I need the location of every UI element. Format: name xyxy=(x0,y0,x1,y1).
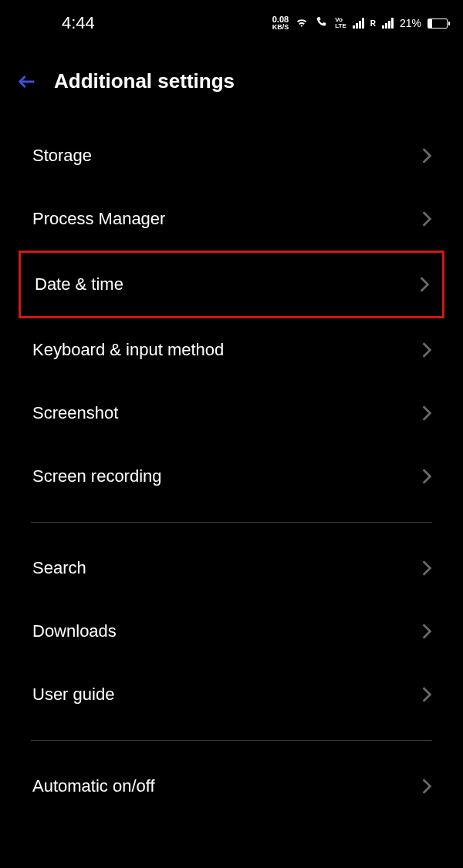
settings-item-downloads[interactable]: Downloads xyxy=(0,600,463,663)
settings-item-automatic-onoff[interactable]: Automatic on/off xyxy=(0,755,463,818)
settings-label: Screen recording xyxy=(32,466,162,486)
settings-label: Downloads xyxy=(32,621,117,641)
settings-label: Keyboard & input method xyxy=(32,340,224,360)
chevron-right-icon xyxy=(421,468,432,485)
settings-label: Date & time xyxy=(35,274,123,294)
settings-label: Storage xyxy=(32,146,92,166)
chevron-right-icon xyxy=(421,210,432,227)
page-title: Additional settings xyxy=(54,69,235,93)
settings-item-keyboard[interactable]: Keyboard & input method xyxy=(0,318,463,382)
network-speed: 0.08 KB/S xyxy=(272,15,289,31)
settings-label: Automatic on/off xyxy=(32,776,155,796)
chevron-right-icon xyxy=(419,276,430,293)
settings-item-screenshot[interactable]: Screenshot xyxy=(0,382,463,445)
volte-icon: Vo LTE xyxy=(335,17,346,29)
roaming-label: R xyxy=(370,19,376,28)
battery-icon xyxy=(428,19,448,29)
settings-item-user-guide[interactable]: User guide xyxy=(0,663,463,726)
chevron-right-icon xyxy=(421,560,432,577)
settings-label: User guide xyxy=(32,685,114,705)
chevron-right-icon xyxy=(421,147,432,164)
chevron-right-icon xyxy=(421,778,432,795)
settings-item-process-manager[interactable]: Process Manager xyxy=(0,187,463,251)
settings-label: Process Manager xyxy=(32,209,165,229)
divider xyxy=(31,740,432,741)
divider xyxy=(31,522,432,523)
settings-list: Storage Process Manager Date & time Keyb… xyxy=(0,124,463,818)
arrow-left-icon xyxy=(16,71,38,93)
chevron-right-icon xyxy=(421,341,432,358)
signal-bars-2 xyxy=(382,18,394,29)
wifi-icon xyxy=(295,15,309,32)
status-time: 4:44 xyxy=(62,13,95,33)
chevron-right-icon xyxy=(421,623,432,640)
header: Additional settings xyxy=(0,46,463,124)
chevron-right-icon xyxy=(421,405,432,422)
chevron-right-icon xyxy=(421,686,432,703)
signal-bars-1 xyxy=(353,18,364,29)
back-button[interactable] xyxy=(15,70,39,93)
settings-label: Search xyxy=(32,558,86,578)
settings-label: Screenshot xyxy=(32,403,118,423)
settings-item-search[interactable]: Search xyxy=(0,537,463,600)
wifi-calling-icon xyxy=(315,15,329,32)
battery-percentage: 21% xyxy=(400,17,421,29)
settings-item-screen-recording[interactable]: Screen recording xyxy=(0,445,463,508)
status-right: 0.08 KB/S Vo LTE R 21% xyxy=(272,15,448,32)
settings-item-storage[interactable]: Storage xyxy=(0,124,463,187)
status-bar: 4:44 0.08 KB/S Vo LTE R 21% xyxy=(0,0,463,46)
settings-item-date-time[interactable]: Date & time xyxy=(19,251,444,318)
